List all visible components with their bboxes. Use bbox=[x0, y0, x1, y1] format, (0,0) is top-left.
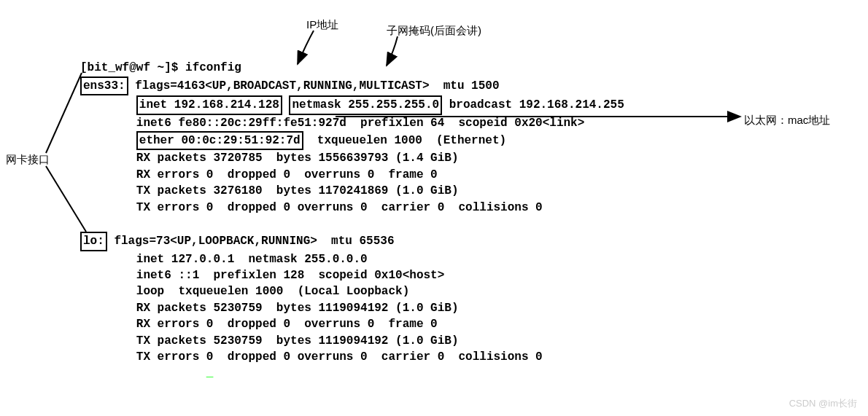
terminal-output: [bit_wf@wf ~]$ ifconfig ens33: flags=416… bbox=[80, 44, 624, 382]
lo-inet6-line: inet6 ::1 prefixlen 128 scopeid 0x10<hos… bbox=[136, 269, 444, 282]
ens33-flags: flags=4163<UP,BROADCAST,RUNNING,MULTICAS… bbox=[135, 79, 499, 93]
inet6-line: inet6 fe80::20c:29ff:fe51:927d prefixlen… bbox=[136, 117, 585, 130]
cursor-icon: _ bbox=[206, 366, 214, 380]
ethernet-mac-label: 以太网：mac地址 bbox=[744, 114, 830, 127]
ether-rest: txqueuelen 1000 (Ethernet) bbox=[303, 134, 506, 147]
inet-box: inet 192.168.214.128 bbox=[136, 95, 282, 114]
rx-errors-line: RX errors 0 dropped 0 overruns 0 frame 0 bbox=[136, 168, 438, 181]
tx-packets-line: TX packets 3276180 bytes 1170241869 (1.0… bbox=[136, 184, 459, 197]
lo-name-box: lo: bbox=[80, 232, 107, 251]
lo-rx-packets-line: RX packets 5230759 bytes 1119094192 (1.0… bbox=[136, 302, 459, 315]
ether-box: ether 00:0c:29:51:92:7d bbox=[136, 131, 303, 150]
lo-rx-errors-line: RX errors 0 dropped 0 overruns 0 frame 0 bbox=[136, 318, 438, 331]
lo-loop-line: loop txqueuelen 1000 (Local Loopback) bbox=[136, 285, 409, 298]
lo-tx-packets-line: TX packets 5230759 bytes 1119094192 (1.0… bbox=[136, 334, 459, 348]
ens33-name-box: ens33: bbox=[80, 76, 128, 95]
nic-interface-label: 网卡接口 bbox=[6, 153, 50, 167]
broadcast-text: broadcast 192.168.214.255 bbox=[442, 98, 624, 111]
prompt-line: [bit_wf@wf ~]$ ifconfig bbox=[80, 61, 241, 74]
netmask-box: netmask 255.255.255.0 bbox=[289, 95, 442, 114]
ip-address-label: IP地址 bbox=[306, 18, 338, 32]
watermark-text: CSDN @im长街 bbox=[789, 397, 857, 410]
rx-packets-line: RX packets 3720785 bytes 1556639793 (1.4… bbox=[136, 152, 459, 165]
tx-errors-line: TX errors 0 dropped 0 overruns 0 carrier… bbox=[136, 201, 543, 214]
lo-inet-line: inet 127.0.0.1 netmask 255.0.0.0 bbox=[136, 253, 368, 266]
lo-flags: flags=73<UP,LOOPBACK,RUNNING> mtu 65536 bbox=[107, 235, 395, 248]
lo-tx-errors-line: TX errors 0 dropped 0 overruns 0 carrier… bbox=[136, 350, 543, 364]
subnet-mask-label: 子网掩码(后面会讲) bbox=[387, 24, 481, 38]
